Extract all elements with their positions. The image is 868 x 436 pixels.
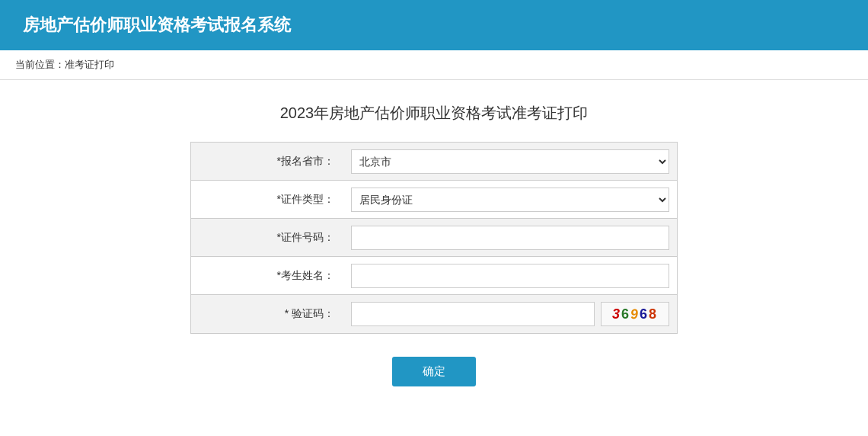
app-header: 房地产估价师职业资格考试报名系统 <box>0 0 868 50</box>
name-row: *考生姓名： <box>191 257 677 295</box>
captcha-row: * 验证码： 36968 <box>191 295 677 333</box>
id-number-field <box>343 220 677 256</box>
id-type-field: 居民身份证 <box>343 181 677 218</box>
main-content: 2023年房地产估价师职业资格考试准考证打印 *报名省市： 北京市 *证件类型：… <box>0 80 868 436</box>
name-field <box>343 258 677 294</box>
page-title: 2023年房地产估价师职业资格考试准考证打印 <box>15 103 853 123</box>
captcha-char-4: 6 <box>640 306 649 322</box>
province-select[interactable]: 北京市 <box>351 149 669 174</box>
name-label: *考生姓名： <box>191 269 343 283</box>
id-number-label: *证件号码： <box>191 231 343 245</box>
captcha-label: * 验证码： <box>191 307 343 321</box>
id-type-label: *证件类型： <box>191 193 343 207</box>
id-type-row: *证件类型： 居民身份证 <box>191 181 677 219</box>
captcha-char-5: 8 <box>649 306 658 322</box>
submit-button[interactable]: 确定 <box>392 357 476 386</box>
captcha-field: 36968 <box>343 296 677 332</box>
id-number-row: *证件号码： <box>191 219 677 257</box>
province-field: 北京市 <box>343 143 677 180</box>
captcha-char-3: 9 <box>630 306 640 322</box>
province-row: *报名省市： 北京市 <box>191 143 677 181</box>
captcha-input[interactable] <box>351 302 595 326</box>
id-type-select[interactable]: 居民身份证 <box>351 188 669 212</box>
form-container: *报名省市： 北京市 *证件类型： 居民身份证 *证件号码： <box>190 142 678 334</box>
breadcrumb-bar: 当前位置：准考证打印 <box>0 50 868 80</box>
app-title: 房地产估价师职业资格考试报名系统 <box>23 15 291 34</box>
breadcrumb-current: 准考证打印 <box>65 59 114 70</box>
breadcrumb-prefix: 当前位置： <box>15 59 65 70</box>
name-input[interactable] <box>351 264 669 288</box>
captcha-image[interactable]: 36968 <box>601 302 669 326</box>
captcha-container: 36968 <box>351 302 669 326</box>
province-label: *报名省市： <box>191 155 343 168</box>
captcha-char-2: 6 <box>621 306 630 322</box>
captcha-char-1: 3 <box>612 306 621 322</box>
submit-area: 确定 <box>15 357 853 386</box>
id-number-input[interactable] <box>351 226 669 250</box>
